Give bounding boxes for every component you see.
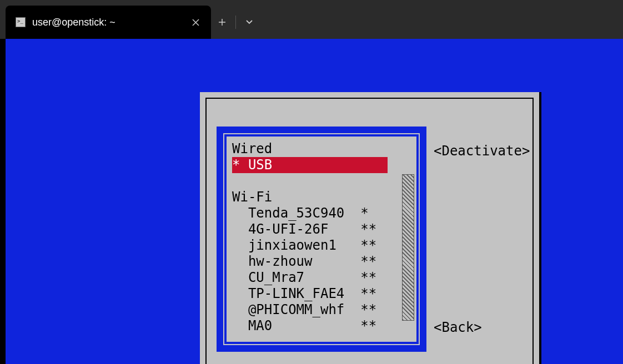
terminal-tab[interactable]: user@openstick: ~ <box>6 6 211 39</box>
wifi-item[interactable]: @PHICOMM_whf ** <box>232 302 416 318</box>
network-list[interactable]: Wired * USB Wi-Fi Tenda_53C940 * 4G-UFI-… <box>227 136 416 334</box>
tab-divider <box>235 16 236 29</box>
terminal-icon <box>16 17 26 27</box>
deactivate-button[interactable]: <Deactivate> <box>434 143 530 159</box>
wifi-item[interactable]: TP-LINK_FAE4 ** <box>232 286 416 302</box>
network-list-frame: Wired * USB Wi-Fi Tenda_53C940 * 4G-UFI-… <box>217 127 426 352</box>
wifi-item[interactable]: hw-zhouw ** <box>232 254 416 270</box>
blank-row <box>232 173 416 189</box>
wifi-header: Wi-Fi <box>232 189 416 205</box>
close-icon[interactable] <box>187 13 204 31</box>
title-bar: user@openstick: ~ <box>0 0 623 39</box>
back-button[interactable]: <Back> <box>434 320 482 335</box>
tab-dropdown-button[interactable] <box>238 6 260 39</box>
wired-header: Wired <box>232 141 416 157</box>
scrollbar[interactable] <box>402 174 414 321</box>
tab-title: user@openstick: ~ <box>32 17 180 28</box>
wifi-item[interactable]: 4G-UFI-26F ** <box>232 221 416 237</box>
connection-usb-selected[interactable]: * USB <box>232 157 388 173</box>
wifi-item[interactable]: Tenda_53C940 * <box>232 205 416 221</box>
new-tab-button[interactable] <box>211 6 233 39</box>
wifi-item[interactable]: MA0 ** <box>232 318 416 334</box>
wifi-item[interactable]: CU_Mra7 ** <box>232 270 416 286</box>
terminal-area: Wired * USB Wi-Fi Tenda_53C940 * 4G-UFI-… <box>0 39 623 364</box>
wifi-item[interactable]: jinxiaowen1 ** <box>232 237 416 254</box>
